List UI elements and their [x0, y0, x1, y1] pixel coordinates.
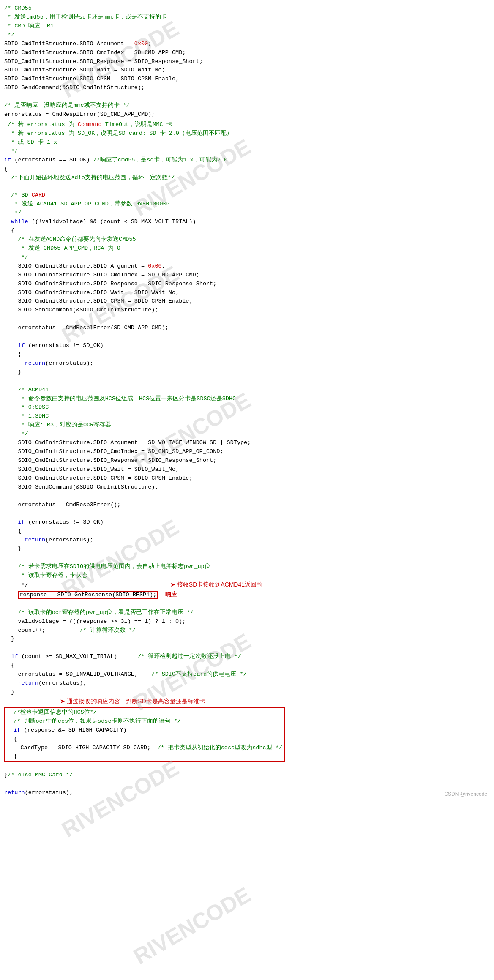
code-line: * 读取卡寄存器，卡状态: [4, 571, 494, 580]
csdn-label: CSDN @rivencode: [444, 790, 487, 798]
code-line: /* 判断ocr中的ccs位，如果是sdsc卡则不执行下面的语句 */: [7, 717, 282, 726]
code-line: if (response &= SD_HIGH_CAPACITY): [7, 726, 282, 735]
code-line: {: [4, 350, 494, 359]
code-line: SDIO_CmdInitStructure.SDIO_Response = SD…: [4, 456, 494, 465]
code-line: * 0:SDSC: [4, 403, 494, 412]
code-line: */: [4, 209, 494, 218]
code-line: SDIO_SendCommand(&SDIO_CmdInitStructure)…: [4, 306, 494, 315]
code-line: SDIO_CmdInitStructure.SDIO_Argument = SD…: [4, 439, 494, 448]
code-line: SDIO_SendCommand(&SDIO_CmdInitStructure)…: [4, 84, 494, 93]
code-line: if (errorstatus == SD_OK) //响应了cmd55，是sd…: [4, 156, 494, 165]
code-line: */: [4, 147, 494, 156]
code-line: */: [4, 430, 494, 439]
code-line: /* 若 errorstatus 为 Command TimeOut，说明是MM…: [4, 120, 494, 129]
code-line: * CMD 响应: R1: [4, 22, 494, 31]
code-line: errorstatus = CmdResp3Error();: [4, 501, 494, 510]
code-line: /* CMD55: [4, 4, 494, 13]
code-line: SDIO_SendCommand(&SDIO_CmdInitStructure)…: [4, 483, 494, 492]
code-line: while ((!validvoltage) && (count < SD_MA…: [4, 218, 494, 227]
code-line: errorstatus = CmdResplError(SD_CMD_APP_C…: [4, 324, 494, 333]
code-line: * 若 errorstatus 为 SD_OK，说明是SD card: SD 卡…: [4, 129, 494, 138]
code-line: {: [4, 661, 494, 670]
code-line: CardType = SDIO_HIGH_CAPACITY_SD_CARD; /…: [7, 744, 282, 753]
code-line: if (errorstatus != SD_OK): [4, 518, 494, 527]
code-line: if (errorstatus != SD_OK): [4, 341, 494, 350]
code-line: validvoltage = (((response >> 31) == 1) …: [4, 617, 494, 626]
code-line: ➤ 通过接收的响应内容，判断SD卡是高容量还是标准卡: [4, 697, 494, 707]
code-line: {: [4, 527, 494, 536]
code-line: * 发送 ACMD41 SD_APP_OP_COND，带参数 0x8010000…: [4, 200, 494, 209]
code-line: [4, 644, 494, 652]
code-line: [4, 762, 494, 771]
code-line: * 发送cmd55，用于检测是sd卡还是mmc卡，或是不支持的卡: [4, 13, 494, 22]
code-line: return(errorstatus);: [4, 679, 494, 688]
code-line: }: [4, 545, 494, 554]
code-container: RIVENCODE RIVENCODE RIVENCODE RIVENCODE …: [0, 0, 494, 802]
code-line: SDIO_CmdInitStructure.SDIO_CPSM = SDIO_C…: [4, 75, 494, 84]
code-line: /* 读取卡的ocr寄存器的pwr_up位，看是否已工作在正常电压 */: [4, 609, 494, 617]
code-line: if (count >= SD_MAX_VOLT_TRIAL) /* 循环检测超…: [4, 652, 494, 661]
code-line: SDIO_CmdInitStructure.SDIO_CmdIndex = SD…: [4, 271, 494, 280]
watermark-8: RIVENCODE: [127, 878, 257, 973]
red-box-section: /*检查卡返回信息中的HCS位*/ /* 判断ocr中的ccs位，如果是sdsc…: [4, 707, 285, 762]
divider: [4, 120, 494, 120]
code-line: SDIO_CmdInitStructure.SDIO_CmdIndex = SD…: [4, 448, 494, 456]
code-line: }: [4, 368, 494, 377]
code-line: /*下面开始循环地发送sdio支持的电压范围，循环一定次数*/: [4, 174, 494, 183]
code-line: * 或 SD 卡 1.x: [4, 138, 494, 147]
code-line: }/* else MMC Card */: [4, 771, 494, 780]
code-line: */: [4, 253, 494, 262]
code-line: }: [7, 752, 282, 761]
code-line: */: [4, 31, 494, 40]
code-line: SDIO_CmdInitStructure.SDIO_Argument = 0x…: [4, 262, 494, 271]
code-line: [4, 333, 494, 341]
code-line: count++; /* 计算循环次数 */: [4, 626, 494, 635]
code-line: SDIO_CmdInitStructure.SDIO_Wait = SDIO_W…: [4, 465, 494, 474]
code-line-highlighted: response = SDIO_GetResponse(SDIO_RESP1);…: [4, 590, 494, 600]
code-line: {: [4, 227, 494, 235]
code-line: }: [4, 688, 494, 697]
code-line: return(errorstatus);: [4, 536, 494, 545]
code-line: */ ➤ 接收SD卡接收到ACMD41返回的: [4, 580, 494, 590]
code-line: SDIO_CmdInitStructure.SDIO_Wait = SDIO_W…: [4, 66, 494, 75]
code-line: SDIO_CmdInitStructure.SDIO_Response = SD…: [4, 280, 494, 289]
code-line: return(errorstatus);: [4, 789, 494, 797]
code-line: /* ACMD41: [4, 386, 494, 395]
code-line: [4, 492, 494, 501]
code-line: errorstatus = CmdResplError(SD_CMD_APP_C…: [4, 110, 494, 119]
code-line: SDIO_CmdInitStructure.SDIO_CmdIndex = SD…: [4, 49, 494, 57]
code-line: [4, 600, 494, 609]
code-line: [4, 182, 494, 191]
code-line: [4, 554, 494, 562]
code-line: * 1:SDHC: [4, 412, 494, 421]
code-line: SDIO_CmdInitStructure.SDIO_Argument = 0x…: [4, 40, 494, 49]
code-line: SDIO_CmdInitStructure.SDIO_Response = SD…: [4, 57, 494, 66]
code-line: [4, 377, 494, 386]
code-line: /*检查卡返回信息中的HCS位*/: [7, 708, 282, 717]
code-line: /* 在发送ACMD命令前都要先向卡发送CMD55: [4, 235, 494, 244]
code-line: [4, 315, 494, 324]
code-line: {: [7, 735, 282, 744]
code-line: errorstatus = SD_INVALID_VOLTRANGE; /* S…: [4, 670, 494, 679]
code-line: [4, 510, 494, 519]
code-line: }: [4, 635, 494, 644]
code-line: [4, 93, 494, 101]
code-line: return(errorstatus);: [4, 359, 494, 368]
code-line: SDIO_CmdInitStructure.SDIO_CPSM = SDIO_C…: [4, 297, 494, 306]
code-line: {: [4, 165, 494, 174]
code-line: * 发送 CMD55 APP_CMD，RCA 为 0: [4, 244, 494, 253]
code-line: /* 是否响应，没响应的是mmc或不支持的卡 */: [4, 101, 494, 110]
code-line: [4, 780, 494, 789]
code-line: /* SD CARD: [4, 191, 494, 200]
code-line: SDIO_CmdInitStructure.SDIO_CPSM = SDIO_C…: [4, 474, 494, 483]
code-line: * 响应: R3，对应的是OCR寄存器: [4, 421, 494, 430]
code-line: * 命令参数由支持的电压范围及HCS位组成，HCS位置一来区分卡是SDSC还是S…: [4, 395, 494, 404]
code-line: SDIO_CmdInitStructure.SDIO_Wait = SDIO_W…: [4, 289, 494, 298]
code-line: /* 若卡需求电压在SDIO的供电电压范围内，会自动上电并标志pwr_up位: [4, 562, 494, 571]
